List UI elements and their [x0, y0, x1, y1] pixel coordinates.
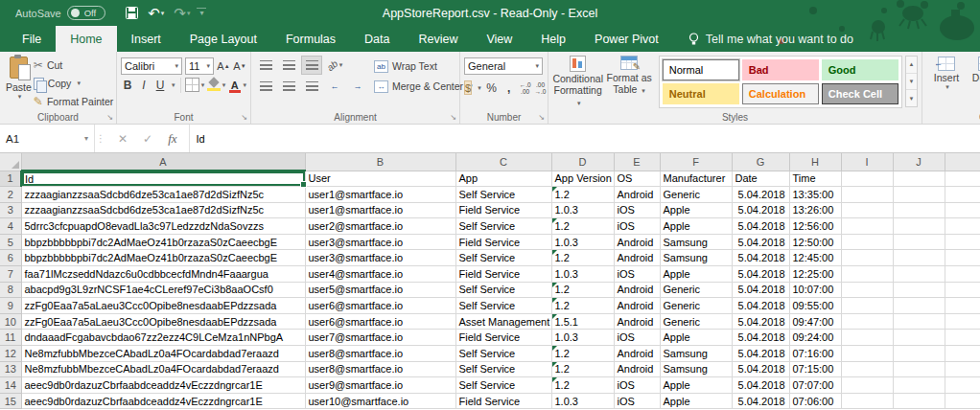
column-header-D[interactable]: D: [551, 153, 614, 171]
comma-style-button[interactable]: ,: [502, 80, 516, 96]
cell-D12[interactable]: 1.2: [551, 346, 614, 362]
row-header-9[interactable]: 9: [0, 298, 21, 314]
cell-D9[interactable]: 1.2: [551, 298, 614, 314]
row-header-14[interactable]: 14: [0, 377, 21, 394]
cell-F10[interactable]: Generic: [660, 313, 732, 330]
cell-I11[interactable]: [841, 330, 893, 346]
style-normal[interactable]: Normal: [663, 59, 739, 80]
cell-5[interactable]: [945, 234, 980, 250]
cell-E12[interactable]: Android: [614, 346, 660, 362]
cell-E14[interactable]: iOS: [614, 377, 660, 394]
delete-cells-button[interactable]: → Delete ▾: [967, 57, 980, 110]
redo-button[interactable]: ↷▾: [171, 5, 193, 21]
cell-13[interactable]: [945, 361, 980, 377]
number-format-combo[interactable]: General▾: [464, 57, 543, 75]
cell-J6[interactable]: [893, 250, 945, 266]
font-size-combo[interactable]: 11▾: [185, 57, 214, 75]
cell-G2[interactable]: 5.04.2018: [732, 187, 789, 203]
borders-button[interactable]: ▾: [185, 77, 204, 93]
cell-A5[interactable]: bbpzbbbbbpbi7dc2AdMaeOz41b0rzazaS0zCaeec…: [21, 234, 305, 250]
cell-I7[interactable]: [841, 266, 893, 283]
cell-G8[interactable]: 5.04.2018: [732, 282, 789, 298]
cell-C7[interactable]: Field Service: [455, 266, 551, 283]
font-color-button[interactable]: A▾: [228, 77, 246, 93]
cell-J3[interactable]: [893, 202, 945, 218]
insert-function-icon[interactable]: fx: [168, 131, 176, 147]
cell-G5[interactable]: 5.04.2018: [732, 234, 789, 250]
cell-J7[interactable]: [893, 266, 945, 283]
cell-C3[interactable]: Field Service: [455, 202, 551, 218]
cell-D7[interactable]: 1.0.3: [551, 266, 614, 283]
cell-C2[interactable]: Self Service: [455, 187, 551, 203]
cell-B15[interactable]: user10@smartface.io: [305, 393, 455, 409]
cell-H3[interactable]: 13:26:00: [789, 202, 841, 218]
cell-G11[interactable]: 5.04.2018: [732, 330, 789, 346]
cell-A1[interactable]: Id: [21, 171, 305, 187]
cell-H6[interactable]: 12:45:00: [789, 250, 841, 266]
cell-F2[interactable]: Generic: [660, 187, 732, 203]
cell-E6[interactable]: Android: [614, 250, 660, 266]
orientation-button[interactable]: ab▾: [324, 56, 345, 75]
cell-D2[interactable]: 1.2: [551, 187, 614, 203]
cell-A12[interactable]: Ne8mzfubbMbezceCAbadLz0a4FOcardabdad7era…: [21, 346, 305, 362]
cell-G14[interactable]: 5.04.2018: [732, 377, 789, 394]
cell-A6[interactable]: bbpzbbbbbpbi7dc2AdMaeOz41b0rzazaS0zCaeec…: [21, 250, 305, 266]
select-all-button[interactable]: [0, 153, 21, 171]
column-header-E[interactable]: E: [614, 153, 660, 171]
cancel-icon[interactable]: ✕: [118, 132, 128, 146]
italic-button[interactable]: I: [137, 77, 151, 93]
cell-D15[interactable]: 1.0.3: [551, 393, 614, 409]
font-name-combo[interactable]: Calibri▾: [121, 57, 182, 75]
row-header-12[interactable]: 12: [0, 346, 21, 362]
style-check-cell[interactable]: Check Cell: [822, 83, 898, 104]
column-header-C[interactable]: C: [455, 153, 551, 171]
cell-8[interactable]: [945, 282, 980, 298]
cell-F4[interactable]: Apple: [660, 218, 732, 235]
cell-A14[interactable]: aeec9db0rdazuzCbrfaabdceaddz4vEczzdngrca…: [21, 377, 305, 394]
cell-H4[interactable]: 12:56:00: [789, 218, 841, 235]
cell-G10[interactable]: 5.04.2018: [732, 313, 789, 330]
cell-C14[interactable]: Self Service: [455, 377, 551, 394]
decrease-decimal-button[interactable]: .00 →.0: [535, 81, 547, 95]
cell-F8[interactable]: Generic: [660, 282, 732, 298]
autosave-toggle[interactable]: Off: [67, 6, 106, 20]
cell-G13[interactable]: 5.04.2018: [732, 361, 789, 377]
wrap-text-button[interactable]: abWrap Text: [374, 57, 473, 75]
cell-D6[interactable]: 1.2: [551, 250, 614, 266]
decrease-indent-button[interactable]: ←: [324, 77, 345, 96]
conditional-formatting-button[interactable]: Conditional Formatting ▾: [552, 56, 603, 110]
cell-D13[interactable]: 1.2: [551, 361, 614, 377]
autosave-control[interactable]: AutoSave Off: [15, 6, 105, 20]
cell-J9[interactable]: [893, 298, 945, 314]
cell-A7[interactable]: faa71lMczseddNdazc6u0cdbbcecfdMndn4Faaar…: [21, 266, 305, 283]
cell-G3[interactable]: 5.04.2018: [732, 202, 789, 218]
cell-I9[interactable]: [841, 298, 893, 314]
insert-cells-button[interactable]: ← Insert ▾: [926, 57, 967, 110]
cell-B7[interactable]: user4@smartface.io: [305, 266, 455, 283]
cell-D5[interactable]: 1.0.3: [551, 234, 614, 250]
gallery-scroll-up-icon[interactable]: ▲: [906, 57, 917, 74]
cell-J1[interactable]: [893, 171, 945, 187]
cell-G1[interactable]: Date: [732, 171, 789, 187]
cell-C13[interactable]: Self Service: [455, 361, 551, 377]
cell-J4[interactable]: [893, 218, 945, 235]
cell-C11[interactable]: Field Service: [455, 330, 551, 346]
cell-E7[interactable]: iOS: [614, 266, 660, 283]
cell-E2[interactable]: Android: [614, 187, 660, 203]
cell-G6[interactable]: 5.04.2018: [732, 250, 789, 266]
cell-C4[interactable]: Self Service: [455, 218, 551, 235]
row-header-6[interactable]: 6: [0, 250, 21, 266]
format-painter-button[interactable]: ✎Format Painter: [34, 93, 114, 110]
enter-check-icon[interactable]: ✓: [143, 132, 152, 146]
cell-G4[interactable]: 5.04.2018: [732, 218, 789, 235]
row-header-5[interactable]: 5: [0, 234, 21, 250]
copy-button[interactable]: Copy▾: [34, 75, 114, 92]
cell-B12[interactable]: user8@smartface.io: [305, 346, 455, 362]
row-header-3[interactable]: 3: [0, 202, 21, 218]
increase-indent-button[interactable]: →: [347, 77, 368, 96]
cell-I13[interactable]: [841, 361, 893, 377]
cell-E15[interactable]: iOS: [614, 393, 660, 409]
cell-F15[interactable]: Apple: [660, 393, 732, 409]
align-center-button[interactable]: [278, 77, 299, 96]
cell-H9[interactable]: 09:55:00: [789, 298, 841, 314]
